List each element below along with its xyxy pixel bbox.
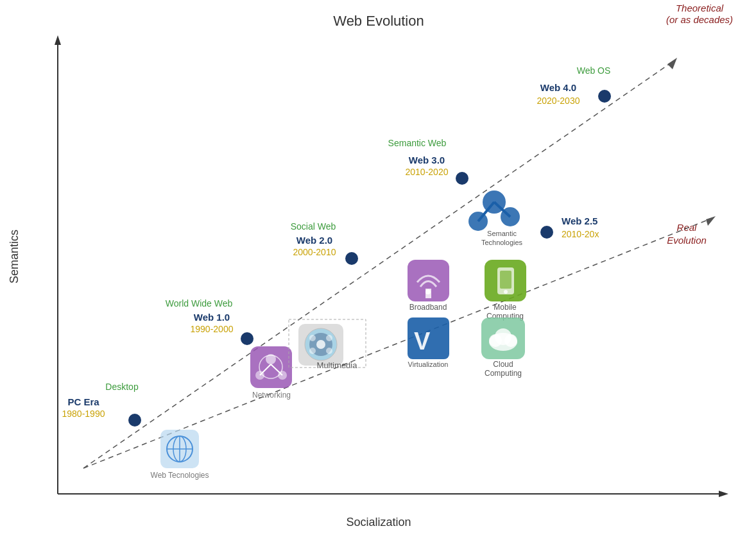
networking-icon [250, 346, 292, 388]
chart-container: Web Evolution Theoretical (or as decades… [0, 0, 756, 533]
pc-era-category: Desktop [105, 382, 139, 392]
web10-years: 1990-2000 [191, 324, 234, 334]
pc-era-label: PC Era [67, 396, 99, 407]
broadband-icon [408, 260, 449, 301]
svg-rect-13 [250, 346, 292, 388]
svg-rect-33 [500, 271, 511, 289]
svg-text:V: V [414, 328, 431, 355]
web40-dot [598, 90, 611, 103]
semantic-tech-icon [468, 190, 520, 231]
svg-point-25 [326, 335, 332, 341]
svg-point-30 [425, 289, 431, 294]
theoretical-label-2: (or as decades) [666, 14, 733, 25]
svg-marker-1 [55, 35, 61, 45]
web10-label: Web 1.0 [194, 312, 230, 323]
chart-title: Web Evolution [333, 13, 424, 29]
web25-dot [540, 226, 553, 239]
networking-label: Networking [252, 391, 291, 400]
mobile-computing-label: Mobile [494, 303, 517, 312]
theoretical-label: Theoretical [676, 3, 724, 13]
web20-category: Social Web [291, 221, 336, 232]
svg-marker-3 [719, 491, 728, 497]
svg-point-26 [309, 348, 316, 354]
web40-category: Web OS [577, 65, 611, 76]
multimedia-icon [298, 324, 343, 366]
svg-point-27 [326, 348, 332, 354]
svg-point-24 [309, 335, 316, 341]
x-axis-label: Socialization [346, 516, 411, 529]
virtualization-label: Virtualization [408, 360, 449, 368]
web25-label: Web 2.5 [562, 216, 597, 226]
y-axis-label: Semantics [8, 230, 21, 283]
web10-dot [241, 332, 253, 345]
broadband-label: Broadband [409, 303, 447, 312]
web-technologies-label: Web Tecnologies [151, 471, 209, 480]
cloud-computing-label: Cloud [493, 360, 513, 369]
web40-label: Web 4.0 [540, 82, 576, 93]
web25-years: 2010-20x [562, 229, 599, 239]
web30-label: Web 3.0 [409, 155, 445, 165]
pc-era-years: 1980-1990 [62, 409, 105, 419]
semantic-tech-label2: Technologies [481, 239, 523, 246]
pc-era-dot [128, 414, 141, 427]
web30-years: 2010-2020 [406, 167, 449, 177]
virtualization-icon: V [408, 317, 449, 359]
web20-years: 2000-2010 [293, 247, 336, 257]
mobile-computing-icon [485, 260, 526, 301]
web20-dot [345, 252, 358, 265]
svg-point-23 [316, 340, 325, 349]
real-evolution-label-2: Evolution [667, 235, 707, 246]
web30-dot [456, 172, 468, 185]
cloud-computing-label2: Computing [485, 369, 522, 378]
cloud-computing-icon [481, 317, 525, 359]
semantic-tech-label: Semantic [487, 230, 517, 237]
svg-marker-7 [706, 216, 716, 226]
svg-line-4 [83, 61, 674, 468]
multimedia-label: Multimedia [317, 360, 358, 370]
web30-category: Semantic Web [388, 138, 447, 148]
web10-category: World Wide Web [166, 298, 233, 309]
svg-point-34 [504, 290, 508, 294]
svg-marker-5 [667, 58, 677, 69]
svg-point-41 [504, 334, 517, 347]
web-technologies-icon [160, 430, 199, 468]
web40-years: 2020-2030 [537, 96, 580, 106]
web20-label: Web 2.0 [296, 235, 332, 246]
